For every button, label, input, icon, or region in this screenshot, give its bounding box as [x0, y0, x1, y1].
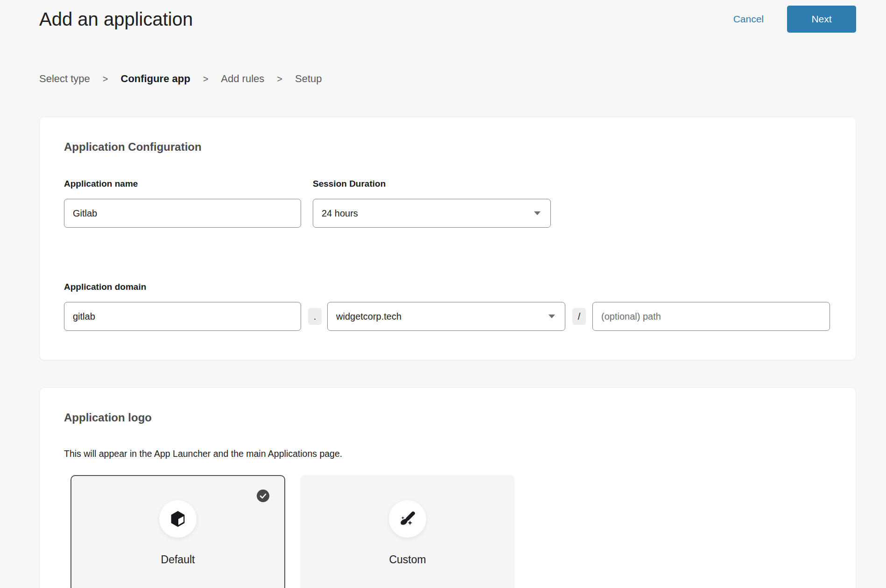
logo-option-default[interactable]: Default — [70, 475, 285, 588]
dot-separator: . — [308, 308, 322, 325]
path-input[interactable] — [592, 302, 830, 331]
application-domain-field: Application domain . widgetcorp.tech / — [64, 282, 831, 331]
breadcrumb: Select type > Configure app > Add rules … — [39, 73, 856, 85]
header-actions: Cancel Next — [731, 6, 856, 33]
session-duration-select[interactable]: 24 hours — [313, 199, 551, 228]
next-button[interactable]: Next — [787, 6, 856, 33]
application-name-input[interactable] — [64, 199, 301, 228]
paintbrush-icon — [397, 509, 418, 529]
domain-select-value: widgetcorp.tech — [336, 311, 401, 322]
application-domain-row: . widgetcorp.tech / — [64, 302, 831, 331]
breadcrumb-step-configure-app[interactable]: Configure app — [121, 73, 190, 85]
application-logo-card: Application logo This will appear in the… — [39, 387, 856, 588]
breadcrumb-step-select-type[interactable]: Select type — [39, 73, 90, 85]
custom-logo-circle — [389, 500, 426, 538]
subdomain-input[interactable] — [64, 302, 301, 331]
application-logo-title: Application logo — [64, 411, 831, 424]
cube-icon — [168, 509, 188, 529]
chevron-down-icon — [534, 211, 541, 216]
application-domain-label: Application domain — [64, 282, 831, 292]
page: Add an application Cancel Next Select ty… — [0, 0, 886, 588]
session-duration-label: Session Duration — [313, 179, 551, 189]
chevron-down-icon — [548, 314, 556, 319]
breadcrumb-step-setup[interactable]: Setup — [295, 73, 322, 85]
application-name-label: Application name — [64, 179, 301, 189]
page-header: Add an application Cancel Next — [39, 0, 856, 33]
application-configuration-card: Application Configuration Application na… — [39, 117, 856, 360]
session-duration-value: 24 hours — [322, 208, 358, 219]
session-duration-field: Session Duration 24 hours — [313, 179, 551, 228]
logo-options: Default Custom — [70, 475, 831, 588]
checkmark-icon — [257, 490, 269, 502]
breadcrumb-separator: > — [103, 74, 108, 84]
application-configuration-title: Application Configuration — [64, 140, 831, 154]
logo-option-label: Default — [71, 553, 284, 566]
breadcrumb-separator: > — [203, 74, 209, 84]
logo-option-custom[interactable]: Custom — [300, 475, 515, 588]
application-name-field: Application name — [64, 179, 301, 228]
domain-select[interactable]: widgetcorp.tech — [327, 302, 565, 331]
application-logo-description: This will appear in the App Launcher and… — [64, 448, 831, 459]
name-duration-row: Application name Session Duration 24 hou… — [64, 179, 831, 228]
breadcrumb-step-add-rules[interactable]: Add rules — [221, 73, 264, 85]
slash-separator: / — [572, 308, 586, 325]
cancel-button[interactable]: Cancel — [731, 13, 766, 25]
breadcrumb-separator: > — [277, 74, 282, 84]
default-logo-circle — [159, 500, 197, 538]
logo-option-label: Custom — [301, 553, 514, 566]
page-title: Add an application — [39, 9, 193, 30]
